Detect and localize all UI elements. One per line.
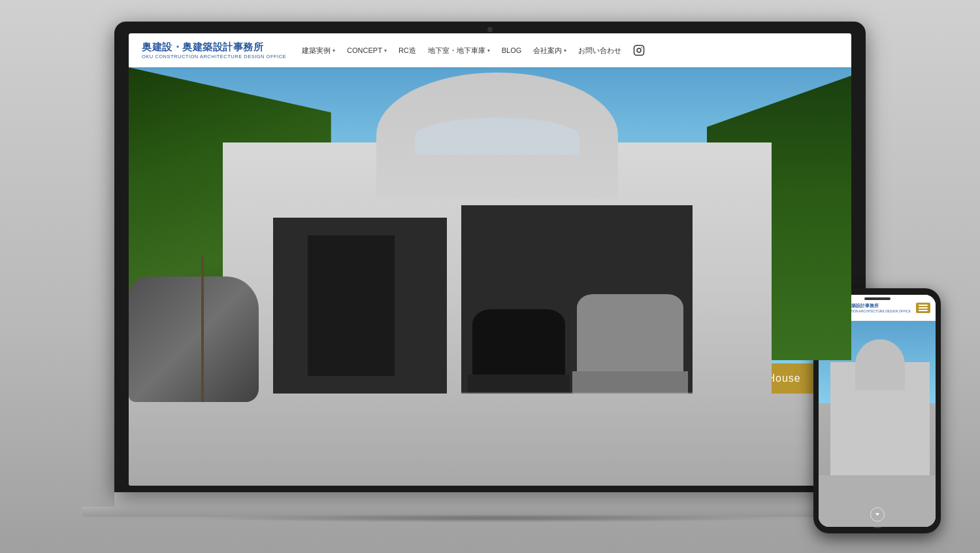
ground (129, 394, 851, 486)
laptop-screen: 奥建設・奥建築設計事務所 OKU CONSTRUCTION ARCHITECTU… (114, 22, 866, 492)
laptop-camera (487, 27, 493, 32)
chevron-down-icon: ▾ (487, 48, 490, 54)
nav-item-concept[interactable]: CONCEPT ▾ (347, 46, 387, 54)
phone-building-round (855, 339, 905, 390)
laptop-wrapper: 奥建設・奥建築設計事務所 OKU CONSTRUCTION ARCHITECTU… (114, 22, 866, 531)
rocks-left (129, 276, 259, 402)
driveway-line (461, 392, 693, 394)
hero-area: K/House (129, 67, 851, 486)
instagram-icon[interactable] (633, 44, 645, 56)
laptop-screen-inner: 奥建設・奥建築設計事務所 OKU CONSTRUCTION ARCHITECTU… (129, 33, 851, 486)
brand-name: 奥建設・奥建築設計事務所 (142, 41, 286, 54)
svg-point-1 (637, 48, 641, 52)
menu-line (919, 305, 928, 306)
car-suv-body (572, 371, 688, 394)
phone-speaker (864, 297, 890, 300)
car-black-body (468, 375, 570, 394)
brand-subtitle: OKU CONSTRUCTION ARCHITECTURE DESIGN OFF… (142, 54, 286, 59)
menu-line (919, 307, 928, 309)
nav-bar: 奥建設・奥建築設計事務所 OKU CONSTRUCTION ARCHITECTU… (129, 33, 851, 67)
hero-background: K/House (129, 67, 851, 486)
chevron-down-icon: ▾ (333, 48, 335, 54)
garage-right (461, 205, 693, 394)
car-black (472, 309, 565, 384)
nav-item-kenchiku[interactable]: 建築実例 ▾ (302, 46, 335, 56)
window-round (415, 118, 580, 156)
website: 奥建設・奥建築設計事務所 OKU CONSTRUCTION ARCHITECTU… (129, 33, 851, 486)
phone-building (830, 362, 930, 475)
laptop-base (114, 492, 866, 507)
nav-item-kaisha[interactable]: 会社案内 ▾ (533, 46, 566, 56)
nav-item-chika[interactable]: 地下室・地下車庫 ▾ (428, 46, 490, 56)
nav-item-blog[interactable]: BLOG (502, 46, 522, 54)
nav-item-contact[interactable]: お問い合わせ (578, 46, 621, 56)
laptop-shadow (196, 514, 784, 522)
menu-line (919, 310, 928, 311)
chevron-down-icon: ▾ (384, 48, 387, 54)
hamburger-menu-icon[interactable] (916, 303, 930, 313)
chevron-down-icon: ▾ (564, 48, 566, 54)
garage-left (273, 218, 446, 394)
brand: 奥建設・奥建築設計事務所 OKU CONSTRUCTION ARCHITECTU… (142, 41, 286, 59)
svg-point-2 (642, 47, 643, 48)
scroll-down-icon[interactable] (870, 507, 885, 522)
svg-rect-0 (634, 46, 644, 56)
nav-items: 建築実例 ▾ CONCEPT ▾ RC造 地下室・地下車庫 ▾ (302, 44, 838, 56)
bare-tree-trunk (201, 256, 204, 402)
nav-item-rc[interactable]: RC造 (399, 46, 416, 56)
